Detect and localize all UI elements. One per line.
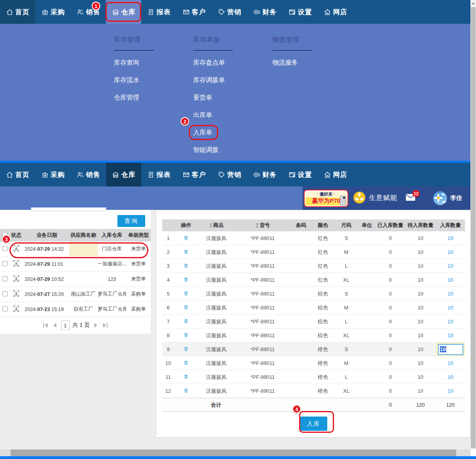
vertical-scrollbar[interactable] [470,0,476,456]
nav-customers[interactable]: 客户 [177,163,212,186]
order-row[interactable]: 2024-07-29 14:32 门店仓库 来货单 [0,242,151,257]
nav-marketing[interactable]: 营销 [212,0,247,24]
order-row[interactable]: 2024-07-29 11:01 一加服装店... 来货单 [0,257,151,272]
qty-cell: 10 10 [436,328,465,342]
nav-customers[interactable]: 客户 [177,0,212,24]
nav-store[interactable]: 网店 [318,163,353,186]
qty-value[interactable]: 10 [447,374,453,380]
qty-value[interactable]: 10 [447,277,453,283]
settings-icon [288,8,296,16]
scroll-up-arrow[interactable] [470,0,476,6]
qty-value[interactable]: 10 [447,388,453,394]
nav-purchase[interactable]: 采购 [35,163,71,186]
item-row: 2 汉服披风 *PF-89011 红色 M 0 10 10 [162,245,465,259]
trash-icon[interactable] [183,346,189,352]
row-checkbox[interactable] [2,306,8,311]
messages-button[interactable]: 12 [405,194,416,203]
trash-icon[interactable] [183,332,189,338]
menu-item-smart-transfer[interactable]: 智能调拨 [193,141,257,159]
menu-item-outbound-order[interactable]: 出库单 [193,106,257,124]
nav-home[interactable]: 首页 [0,0,35,24]
trash-icon[interactable] [183,374,189,380]
qty-value[interactable]: 10 [447,235,453,241]
nav-warehouse[interactable]: 仓库 [106,0,141,24]
qty-value[interactable]: 10 [447,332,453,338]
trash-icon[interactable] [183,235,189,241]
row-checkbox[interactable] [2,291,8,296]
promo-banner[interactable]: · 邀好友 · 赢华为P70 [304,190,348,207]
nav-home[interactable]: 首页 [0,163,35,186]
order-row[interactable]: 2024-07-29 10:52 123 来货单 [0,272,151,287]
query-button[interactable]: 查询 [117,215,145,227]
menu-item-stock-query[interactable]: 库存查询 [114,54,177,71]
qty-value[interactable]: 10 [447,291,453,297]
menu-item-stocktake-order[interactable]: 库存盘点单 [193,54,257,71]
row-checkbox[interactable] [2,261,8,266]
col-product[interactable]: 商品 [198,222,234,229]
select-all-checkbox[interactable] [2,232,8,237]
page-input[interactable] [61,321,70,330]
menu-item-requisition-order[interactable]: 要货单 [193,89,257,106]
qty-value[interactable]: 10 [447,263,453,269]
trash-icon[interactable] [183,277,189,282]
qty-value[interactable]: 10 [447,305,453,311]
nav-label: 营销 [227,170,242,179]
item-size: XL [334,388,358,394]
nav-sales[interactable]: 销售 [71,0,106,24]
first-page-icon[interactable] [43,323,49,328]
horizontal-scrollbar-thumb[interactable] [11,449,456,456]
nav-purchase[interactable]: 采购 [35,0,71,24]
item-pending-qty: 10 [405,305,436,311]
qty-input[interactable]: 10 [438,344,463,355]
last-page-icon[interactable] [102,323,108,328]
trash-icon[interactable] [183,249,189,255]
inbound-submit-button[interactable]: 入库 [300,417,327,431]
trash-icon[interactable] [183,318,189,324]
vertical-scrollbar-thumb[interactable] [471,7,476,448]
order-row[interactable]: 2024-07-23 15:19 自有工厂 梦马工厂仓库 采购单 [0,302,151,317]
trash-icon[interactable] [183,360,189,366]
qty-value[interactable]: 10 [447,360,453,366]
order-row[interactable]: 2024-07-27 15:20 南山加工厂 梦马工厂仓库 采购单 [0,287,151,302]
brand-link[interactable]: 生意赋能 [353,191,397,204]
next-page-icon[interactable] [92,323,99,328]
nav-settings[interactable]: 设置 [282,163,318,186]
menu-item-transfer-order[interactable]: 库存调拨单 [193,71,257,89]
nav-reports[interactable]: 报表 [141,163,177,186]
nav-settings[interactable]: 设置 [282,0,318,24]
trash-icon[interactable] [183,304,189,310]
menu-item-inbound-order[interactable]: 入库单 [193,124,257,141]
menu-item-logistics-service[interactable]: 物流服务 [273,54,336,71]
item-received-qty: 0 [376,277,405,283]
prev-page-icon[interactable] [52,323,58,328]
trash-icon[interactable] [183,290,189,296]
nav-marketing[interactable]: 营销 [212,163,247,186]
filter-input-fragment[interactable] [31,207,106,211]
menu-item-stock-flow[interactable]: 库存流水 [114,71,177,89]
qty-cell: 10 10 [436,259,465,273]
col-sku[interactable]: 货号 [234,222,291,229]
nav-sales[interactable]: 销售 [71,163,106,186]
nav-finance[interactable]: 财务 [247,163,282,186]
menu-item-warehouse-mgmt[interactable]: 仓库管理 [114,89,177,106]
sort-icon [209,223,213,228]
nav-warehouse[interactable]: 仓库 [106,163,141,186]
qty-cell: 10 10 [436,287,465,301]
qty-value[interactable]: 10 [447,319,453,325]
col-unit: 单位 [358,222,376,229]
row-checkbox[interactable] [2,276,8,281]
nav-finance[interactable]: 财务 [247,0,282,24]
users-icon [77,8,84,16]
nav-store[interactable]: 网店 [318,0,353,24]
items-table-body: 1 汉服披风 *PF-89011 红色 S 0 10 10 [162,231,465,398]
nav-label: 采购 [51,170,65,179]
horizontal-scrollbar[interactable] [0,449,476,456]
orders-panel: 查询 状态 业务日期 供应商名称 入库仓库 单据类型 2024-07-29 14… [0,210,151,334]
trash-icon[interactable] [183,263,189,269]
row-checkbox[interactable] [2,246,8,251]
user-menu[interactable]: 李佳 [433,191,462,205]
trash-icon[interactable] [183,388,189,394]
qty-value[interactable]: 10 [447,249,453,255]
nav-reports[interactable]: 报表 [141,0,177,24]
qty-cell: 10 10 [436,370,465,384]
